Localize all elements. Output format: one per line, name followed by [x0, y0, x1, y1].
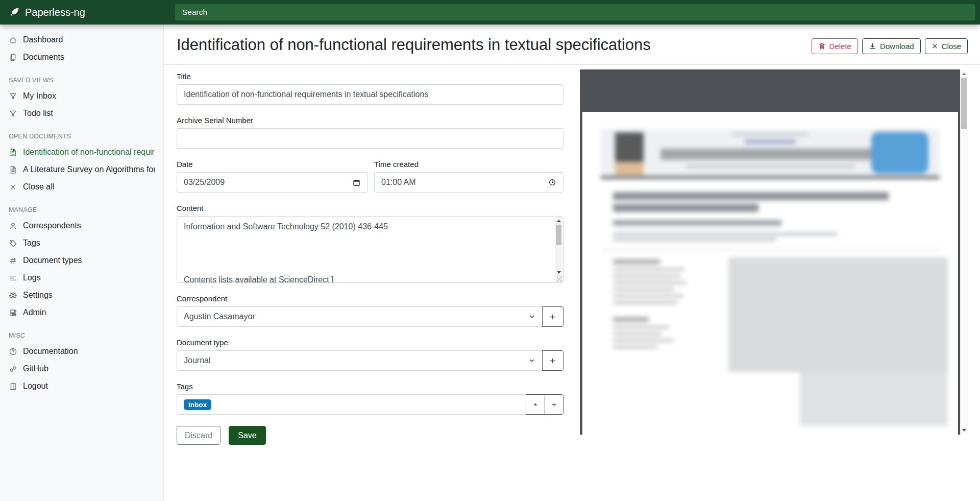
sidebar-section-open-documents: OPEN DOCUMENTS [0, 122, 163, 144]
scroll-down-icon[interactable] [961, 427, 968, 434]
download-button[interactable]: Download [862, 38, 921, 54]
document-header: Identification of non-functional require… [163, 25, 980, 65]
content-text: Information and Software Technology 52 (… [177, 217, 563, 282]
paperless-app: Paperless-ng Dashboard Documents SAVED V… [0, 0, 980, 501]
sidebar-item-admin[interactable]: Admin [0, 304, 163, 321]
sidebar-item-documentation[interactable]: Documentation [0, 343, 163, 360]
scroll-up-icon[interactable] [555, 217, 562, 224]
tag-badge[interactable]: Inbox [184, 399, 211, 410]
sidebar-item-label: A Literature Survey on Algorithms for Mu… [23, 165, 155, 174]
time-value: 01:00 AM [381, 178, 416, 187]
documents-icon [9, 53, 17, 62]
sidebar-item-label: Todo list [23, 109, 53, 118]
sidebar-item-logs[interactable]: Logs [0, 269, 163, 287]
brand[interactable]: Paperless-ng [0, 0, 172, 25]
sidebar-item-label: Close all [23, 182, 54, 192]
sidebar-item-open-doc-1[interactable]: Identification of non-functional require… [0, 144, 163, 161]
preview-scrollbar[interactable] [960, 69, 968, 435]
sidebar-item-label: GitHub [23, 364, 48, 373]
collapse-tags-button[interactable] [526, 394, 545, 415]
correspondent-group: Correspondent Agustin Casamayor [177, 294, 564, 327]
title-label: Title [177, 72, 564, 81]
chevron-down-icon [528, 313, 535, 320]
resize-grip[interactable] [557, 276, 562, 282]
search-input[interactable] [175, 4, 975, 20]
clock-icon[interactable] [548, 178, 556, 186]
sidebar-section-saved-views: SAVED VIEWS [0, 66, 163, 87]
add-correspondent-button[interactable] [542, 306, 564, 327]
calendar-icon[interactable] [352, 178, 361, 187]
close-label: Close [942, 41, 961, 51]
discard-button[interactable]: Discard [177, 426, 220, 445]
scroll-up-icon[interactable] [961, 70, 968, 77]
pdf-page-content-blurred [582, 112, 958, 426]
sidebar-item-label: Correspondents [23, 221, 81, 230]
sidebar-item-todo-list[interactable]: Todo list [0, 105, 163, 122]
main-content: Identification of non-functional require… [163, 25, 980, 501]
time-group: Time created 01:00 AM [374, 160, 564, 193]
sidebar-item-label: Documentation [23, 347, 78, 356]
close-button[interactable]: Close [925, 38, 968, 54]
save-button[interactable]: Save [229, 426, 265, 445]
sidebar-item-open-doc-2[interactable]: A Literature Survey on Algorithms for Mu… [0, 161, 163, 178]
sidebar-item-tags[interactable]: Tags [0, 234, 163, 252]
sidebar-item-correspondents[interactable]: Correspondents [0, 217, 163, 234]
asn-input[interactable] [177, 128, 564, 149]
tags-group: Tags Inbox [177, 382, 564, 415]
sidebar-item-dashboard[interactable]: Dashboard [0, 31, 163, 49]
sidebar-item-github[interactable]: GitHub [0, 360, 163, 377]
article-info-column [613, 257, 700, 426]
form-actions: Discard Save [177, 426, 564, 445]
time-input[interactable]: 01:00 AM [374, 172, 564, 193]
sidebar-item-label: Identification of non-functional require… [23, 148, 155, 157]
delete-button[interactable]: Delete [812, 38, 858, 54]
door-icon [9, 382, 17, 391]
publisher-logo [615, 132, 644, 175]
close-icon [9, 183, 17, 192]
pdf-preview-pane [580, 69, 968, 435]
tags-input[interactable]: Inbox [177, 394, 526, 415]
chevron-down-icon [528, 357, 535, 364]
correspondent-select[interactable]: Agustin Casamayor [177, 306, 543, 327]
document-type-value: Journal [184, 356, 210, 365]
date-input[interactable]: 03/25/2009 [177, 172, 368, 193]
text-lines-icon [9, 274, 17, 282]
scroll-down-icon[interactable] [555, 269, 562, 276]
scrollbar-thumb[interactable] [556, 225, 561, 245]
journal-banner [601, 129, 940, 176]
content-group: Content Information and Software Technol… [177, 204, 564, 283]
sidebar-item-label: My Inbox [23, 91, 56, 101]
person-icon [9, 222, 17, 230]
sidebar-item-my-inbox[interactable]: My Inbox [0, 87, 163, 105]
pdf-viewer-background [580, 69, 961, 112]
add-document-type-button[interactable] [542, 350, 564, 371]
document-type-select[interactable]: Journal [177, 350, 543, 371]
content-scrollbar[interactable] [555, 217, 562, 282]
document-type-label: Document type [177, 338, 564, 347]
document-body: Title Archive Serial Number Date 03/25/2… [163, 65, 980, 445]
add-tag-button[interactable] [545, 394, 564, 415]
sidebar-item-documents[interactable]: Documents [0, 49, 163, 66]
file-text-icon [9, 148, 17, 157]
content-textarea[interactable]: Information and Software Technology 52 (… [177, 216, 564, 283]
toggles-icon [9, 308, 17, 317]
sidebar-item-document-types[interactable]: Document types [0, 252, 163, 269]
sidebar-item-settings[interactable]: Settings [0, 287, 163, 304]
sidebar-item-logout[interactable]: Logout [0, 377, 163, 395]
sidebar-item-label: Logs [23, 273, 41, 282]
scrollbar-thumb[interactable] [961, 78, 967, 129]
sidebar: Dashboard Documents SAVED VIEWS My Inbox… [0, 25, 164, 501]
sciencedirect-logo [871, 132, 928, 174]
sidebar-item-close-all[interactable]: Close all [0, 178, 163, 196]
correspondent-label: Correspondent [177, 294, 564, 303]
time-label: Time created [374, 160, 564, 169]
title-input[interactable] [177, 84, 564, 105]
document-actions: Delete Download Close [812, 38, 968, 54]
sidebar-item-label: Document types [23, 256, 82, 265]
content-label: Content [177, 204, 564, 212]
leaf-logo-icon [9, 7, 19, 18]
document-type-group: Document type Journal [177, 338, 564, 371]
close-icon [932, 43, 938, 50]
tags-label: Tags [177, 382, 564, 391]
hash-icon [9, 256, 17, 265]
